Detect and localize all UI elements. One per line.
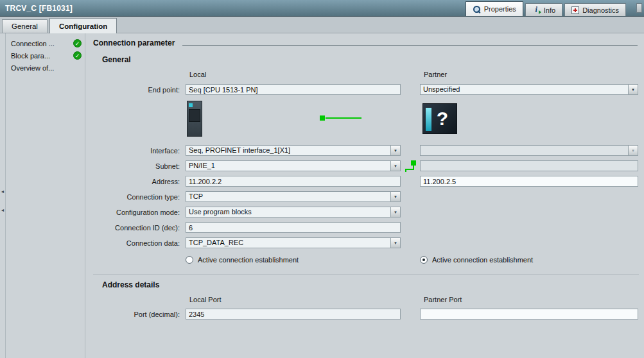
partner-subnet-input	[420, 160, 638, 171]
status-ok-icon: ✓	[73, 39, 82, 47]
subnet-row: Subnet: PN/IE_1 ▼	[93, 160, 639, 171]
tab-general-label: General	[12, 22, 38, 30]
question-mark-icon: ?	[437, 108, 448, 130]
partner-active-establishment-radio[interactable]	[420, 256, 428, 264]
partner-column-header: Partner	[420, 71, 447, 78]
page-title: Connection parameter	[93, 38, 175, 47]
local-active-establishment-label: Active connection establishment	[198, 256, 299, 264]
nav-item-label: Overview of...	[11, 64, 54, 72]
connection-type-value: TCP	[186, 192, 390, 201]
local-subnet-dropdown[interactable]: PN/IE_1 ▼	[186, 160, 401, 171]
connection-id-input[interactable]	[186, 222, 401, 233]
interface-label: Interface:	[93, 147, 186, 155]
column-header-row: Local Partner	[93, 69, 639, 80]
chevron-down-icon: ▼	[628, 146, 638, 155]
partner-active-establishment-label: Active connection establishment	[432, 256, 533, 264]
chevron-left-icon: ◄	[1, 208, 5, 212]
subnet-network-icon	[405, 160, 416, 172]
end-point-row: End point: Unspecified ▼	[93, 84, 639, 95]
local-interface-value: Seq, PROFINET interface_1[X1]	[186, 146, 390, 155]
nav-item-overview[interactable]: Overview of...	[6, 62, 85, 74]
pane-collapse-strip: ◄ ◄	[0, 33, 6, 358]
connection-type-row: Connection type: TCP ▼	[93, 191, 639, 202]
tab-general[interactable]: General	[2, 19, 48, 33]
partner-end-point-value: Unspecified	[421, 85, 628, 94]
nav-item-label: Connection ...	[11, 40, 55, 47]
partner-unknown-device-image: ?	[422, 103, 457, 134]
partner-address-input[interactable]	[420, 176, 638, 187]
connection-data-dropdown[interactable]: TCP_DATA_REC ▼	[186, 237, 401, 248]
port-label: Port (decimal):	[93, 311, 186, 318]
info-icon: i	[532, 6, 541, 14]
collapse-pane-button-top[interactable]: ◄	[0, 186, 6, 196]
window-edge-button[interactable]	[636, 3, 642, 13]
partner-port-input[interactable]	[420, 309, 638, 320]
window-title: TRCV_C [FB1031]	[5, 4, 73, 13]
title-rule	[182, 45, 638, 46]
inspector-tab-bar: Properties i Info Diagnostics	[466, 1, 626, 16]
local-column-header: Local	[186, 71, 206, 78]
connection-type-label: Connection type:	[93, 193, 186, 201]
page-title-row: Connection parameter	[93, 38, 639, 47]
local-active-establishment-radio[interactable]	[186, 256, 193, 264]
connection-line-graphic	[326, 117, 361, 119]
end-point-label: End point:	[93, 86, 186, 94]
connection-id-label: Connection ID (dec):	[93, 224, 186, 232]
tab-info[interactable]: i Info	[525, 3, 562, 16]
status-ok-icon: ✓	[73, 51, 82, 60]
tab-diagnostics-label: Diagnostics	[582, 6, 619, 14]
chevron-down-icon: ▼	[390, 161, 400, 171]
local-port-header: Local Port	[186, 296, 222, 303]
subnet-label: Subnet:	[93, 162, 186, 170]
tab-diagnostics[interactable]: Diagnostics	[564, 3, 626, 16]
chevron-down-icon: ▼	[390, 146, 400, 155]
port-header-row: Local Port Partner Port	[93, 294, 639, 305]
interface-row: Interface: Seq, PROFINET interface_1[X1]…	[93, 145, 639, 156]
partner-end-point-dropdown[interactable]: Unspecified ▼	[420, 84, 638, 95]
chevron-down-icon: ▼	[390, 207, 400, 217]
connection-type-dropdown[interactable]: TCP ▼	[186, 191, 401, 202]
address-details-section: Address details Local Port Partner Port …	[93, 274, 639, 320]
collapse-pane-button-bottom[interactable]: ◄	[0, 205, 6, 215]
section-general-title: General	[102, 55, 639, 64]
local-port-input[interactable]	[186, 309, 401, 320]
local-cpu-image	[187, 101, 202, 137]
properties-icon	[473, 5, 481, 13]
partner-interface-value	[421, 146, 628, 155]
connection-data-label: Connection data:	[93, 239, 186, 247]
chevron-left-icon: ◄	[1, 189, 5, 194]
nav-item-label: Block para...	[11, 52, 50, 60]
chevron-down-icon: ▼	[390, 192, 400, 201]
diagnostics-icon	[571, 6, 579, 14]
partner-port-header: Partner Port	[420, 296, 462, 303]
configuration-nav: Connection ... ✓ Block para... ✓ Overvie…	[6, 33, 85, 358]
connection-parameter-panel: Connection parameter General Local Partn…	[85, 33, 644, 358]
address-row: Address:	[93, 176, 639, 187]
connection-data-row: Connection data: TCP_DATA_REC ▼	[93, 237, 639, 248]
local-interface-dropdown[interactable]: Seq, PROFINET interface_1[X1] ▼	[186, 145, 401, 156]
view-tab-bar: General Configuration	[0, 17, 644, 33]
address-label: Address:	[93, 178, 186, 185]
nav-item-block-parameter[interactable]: Block para... ✓	[6, 49, 85, 62]
nav-item-connection-parameter[interactable]: Connection ... ✓	[6, 37, 85, 49]
configuration-mode-label: Configuration mode:	[93, 209, 186, 216]
inspector-title-bar: TRCV_C [FB1031] Properties i Info Diagno…	[0, 0, 644, 17]
tab-properties[interactable]: Properties	[466, 1, 523, 16]
partner-interface-dropdown: ▼	[420, 145, 638, 156]
tab-configuration-label: Configuration	[59, 22, 107, 30]
local-address-input[interactable]	[186, 176, 401, 187]
port-row: Port (decimal):	[93, 309, 639, 320]
chevron-down-icon: ▼	[628, 85, 638, 94]
active-establishment-row: Active connection establishment Active c…	[93, 254, 639, 265]
device-graphic-row: ?	[93, 100, 639, 137]
configuration-mode-dropdown[interactable]: Use program blocks ▼	[186, 207, 401, 217]
local-end-point-input[interactable]	[186, 84, 401, 95]
local-subnet-value: PN/IE_1	[186, 161, 390, 171]
tab-info-label: Info	[544, 6, 555, 14]
configuration-mode-value: Use program blocks	[186, 207, 390, 217]
connection-id-row: Connection ID (dec):	[93, 222, 639, 233]
address-details-title: Address details	[102, 280, 639, 289]
tab-properties-label: Properties	[484, 5, 516, 13]
tab-configuration[interactable]: Configuration	[49, 18, 117, 33]
chevron-down-icon: ▼	[390, 238, 400, 248]
